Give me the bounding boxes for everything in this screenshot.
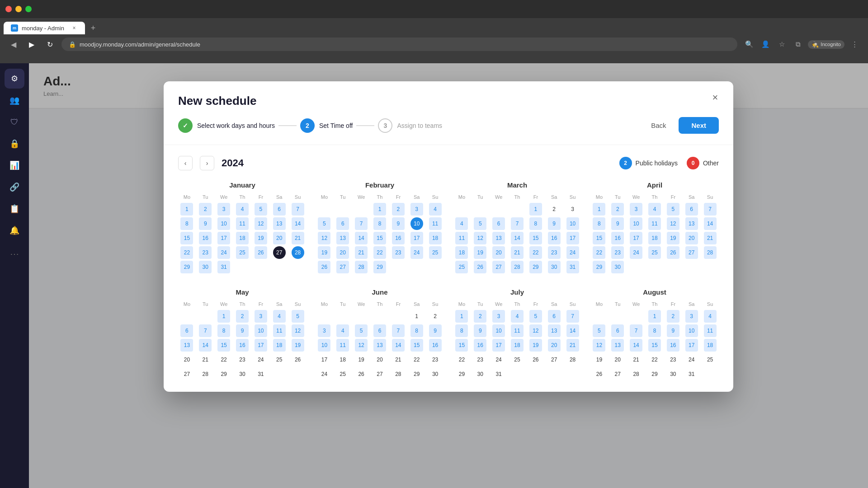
day-cell[interactable]: 25 bbox=[336, 368, 349, 380]
day-cell[interactable]: 29 bbox=[373, 261, 386, 273]
day-cell[interactable]: 31 bbox=[566, 261, 579, 273]
day-cell[interactable]: 3 bbox=[566, 203, 579, 216]
day-cell[interactable]: 10 bbox=[685, 324, 698, 337]
day-cell[interactable]: 8 bbox=[217, 324, 230, 337]
day-cell[interactable]: 19 bbox=[318, 246, 330, 259]
day-cell[interactable]: 17 bbox=[318, 353, 330, 366]
day-cell[interactable]: 17 bbox=[217, 232, 230, 244]
day-cell[interactable]: 27 bbox=[373, 368, 386, 380]
day-cell[interactable]: 18 bbox=[236, 232, 249, 244]
day-cell[interactable]: 26 bbox=[474, 261, 486, 273]
day-cell[interactable]: 27 bbox=[611, 368, 624, 380]
prev-year-btn[interactable]: ‹ bbox=[178, 156, 193, 170]
day-cell[interactable]: 22 bbox=[180, 246, 193, 259]
profile-icon[interactable]: 👤 bbox=[759, 38, 772, 51]
day-cell[interactable]: 25 bbox=[429, 246, 442, 259]
day-cell[interactable]: 11 bbox=[429, 217, 442, 230]
day-cell[interactable]: 12 bbox=[529, 324, 542, 337]
day-cell[interactable]: 2 bbox=[548, 203, 561, 216]
modal-close-btn[interactable]: × bbox=[708, 90, 722, 105]
day-cell[interactable]: 24 bbox=[217, 246, 230, 259]
day-cell[interactable]: 24 bbox=[410, 246, 423, 259]
day-cell[interactable]: 31 bbox=[492, 368, 505, 380]
day-cell[interactable]: 1 bbox=[373, 203, 386, 216]
day-cell[interactable]: 26 bbox=[292, 353, 304, 366]
day-cell[interactable]: 17 bbox=[566, 232, 579, 244]
day-cell[interactable]: 11 bbox=[704, 324, 717, 337]
day-cell[interactable]: 20 bbox=[492, 246, 505, 259]
day-cell[interactable]: 22 bbox=[648, 353, 661, 366]
day-cell[interactable]: 16 bbox=[548, 232, 561, 244]
day-cell[interactable]: 3 bbox=[685, 310, 698, 323]
day-cell[interactable]: 9 bbox=[392, 217, 405, 230]
day-cell[interactable]: 1 bbox=[648, 310, 661, 323]
day-cell[interactable]: 8 bbox=[180, 217, 193, 230]
day-cell[interactable]: 29 bbox=[529, 261, 542, 273]
day-cell[interactable]: 4 bbox=[455, 217, 468, 230]
day-cell[interactable]: 9 bbox=[474, 324, 486, 337]
day-cell[interactable]: 8 bbox=[373, 217, 386, 230]
day-cell[interactable]: 26 bbox=[529, 353, 542, 366]
day-cell[interactable]: 3 bbox=[217, 203, 230, 216]
day-cell[interactable]: 9 bbox=[667, 324, 679, 337]
day-cell[interactable]: 10 bbox=[318, 339, 330, 352]
day-cell[interactable]: 7 bbox=[199, 324, 212, 337]
day-cell[interactable]: 20 bbox=[180, 353, 193, 366]
sidebar-item-people[interactable]: 👥 bbox=[5, 90, 24, 110]
day-cell[interactable]: 15 bbox=[529, 232, 542, 244]
day-cell[interactable]: 4 bbox=[336, 324, 349, 337]
day-cell[interactable]: 25 bbox=[511, 353, 524, 366]
day-cell[interactable]: 24 bbox=[630, 246, 642, 259]
day-cell[interactable]: 19 bbox=[355, 353, 368, 366]
day-cell[interactable]: 9 bbox=[548, 217, 561, 230]
day-cell[interactable]: 5 bbox=[255, 203, 267, 216]
day-cell[interactable]: 14 bbox=[511, 232, 524, 244]
day-cell[interactable]: 8 bbox=[648, 324, 661, 337]
day-cell[interactable]: 21 bbox=[355, 246, 368, 259]
day-cell[interactable]: 22 bbox=[373, 246, 386, 259]
day-cell[interactable]: 7 bbox=[292, 203, 304, 216]
day-cell[interactable]: 12 bbox=[318, 232, 330, 244]
day-cell[interactable]: 29 bbox=[180, 261, 193, 273]
day-cell[interactable]: 3 bbox=[410, 203, 423, 216]
day-cell[interactable]: 7 bbox=[511, 217, 524, 230]
day-cell[interactable]: 28 bbox=[704, 246, 717, 259]
day-cell[interactable]: 27 bbox=[685, 246, 698, 259]
day-cell[interactable]: 18 bbox=[273, 339, 286, 352]
day-cell[interactable]: 26 bbox=[255, 246, 267, 259]
day-cell[interactable]: 10 bbox=[217, 217, 230, 230]
day-cell[interactable]: 2 bbox=[667, 310, 679, 323]
day-cell[interactable]: 25 bbox=[236, 246, 249, 259]
day-cell[interactable]: 30 bbox=[474, 368, 486, 380]
day-cell[interactable]: 18 bbox=[336, 353, 349, 366]
day-cell[interactable]: 23 bbox=[667, 353, 679, 366]
day-cell[interactable]: 5 bbox=[292, 310, 304, 323]
day-cell[interactable]: 25 bbox=[648, 246, 661, 259]
day-cell[interactable]: 5 bbox=[667, 203, 679, 216]
day-cell[interactable]: 20 bbox=[373, 353, 386, 366]
day-cell[interactable]: 19 bbox=[474, 246, 486, 259]
window-close-btn[interactable] bbox=[5, 6, 12, 12]
day-cell[interactable]: 26 bbox=[667, 246, 679, 259]
day-cell[interactable]: 3 bbox=[255, 310, 267, 323]
day-cell[interactable]: 8 bbox=[529, 217, 542, 230]
day-cell[interactable]: 16 bbox=[611, 232, 624, 244]
day-cell[interactable]: 27 bbox=[492, 261, 505, 273]
day-cell[interactable]: 12 bbox=[593, 339, 605, 352]
day-cell[interactable]: 22 bbox=[455, 353, 468, 366]
day-cell[interactable]: 4 bbox=[704, 310, 717, 323]
day-cell[interactable]: 25 bbox=[273, 353, 286, 366]
day-cell[interactable]: 9 bbox=[199, 217, 212, 230]
day-cell[interactable]: 1 bbox=[180, 203, 193, 216]
tab-close-btn[interactable]: × bbox=[71, 24, 78, 32]
day-cell[interactable]: 11 bbox=[648, 217, 661, 230]
day-cell[interactable]: 6 bbox=[273, 203, 286, 216]
day-cell[interactable]: 21 bbox=[566, 339, 579, 352]
new-tab-btn[interactable]: + bbox=[87, 22, 99, 34]
day-cell[interactable]: 14 bbox=[566, 324, 579, 337]
day-cell[interactable]: 4 bbox=[236, 203, 249, 216]
day-cell[interactable]: 26 bbox=[593, 368, 605, 380]
day-cell[interactable]: 22 bbox=[593, 246, 605, 259]
day-cell[interactable]: 23 bbox=[236, 353, 249, 366]
day-cell[interactable]: 6 bbox=[180, 324, 193, 337]
